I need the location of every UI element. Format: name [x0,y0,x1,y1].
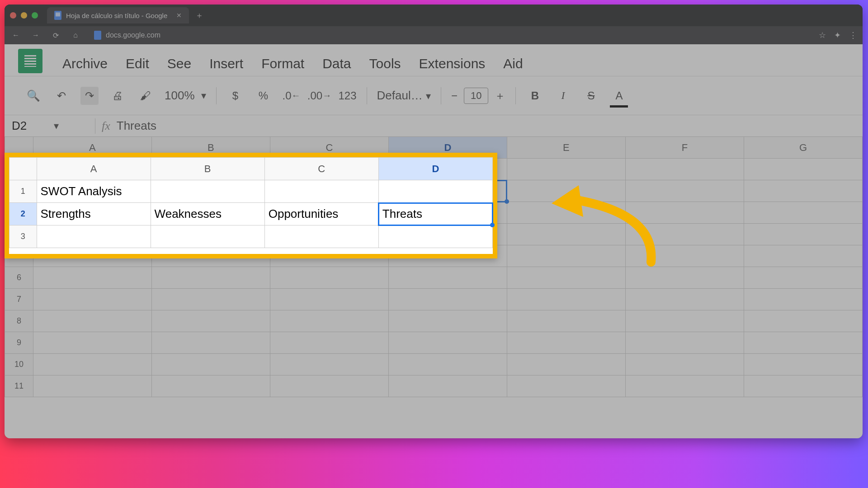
format-currency-button[interactable]: $ [226,87,245,105]
bookmark-icon[interactable]: ☆ [819,30,826,40]
menu-data[interactable]: Data [322,56,351,71]
cell-G1[interactable] [744,159,862,180]
select-all-cell[interactable] [9,158,37,180]
menu-see[interactable]: See [167,56,191,71]
cell-C9[interactable] [270,332,388,354]
cell-D8[interactable] [388,310,507,332]
cell-A8[interactable] [33,310,151,332]
cell-G10[interactable] [744,354,862,375]
search-icon[interactable]: 🔍 [24,87,42,105]
nav-back-button[interactable]: ← [10,29,22,41]
row-header-2[interactable]: 2 [9,203,37,225]
cell-C8[interactable] [270,310,388,332]
window-close-icon[interactable] [10,12,16,19]
cell-E8[interactable] [507,310,625,332]
row-header-1[interactable]: 1 [9,180,37,203]
cell-B7[interactable] [151,289,270,310]
redo-button[interactable]: ↷ [80,87,99,105]
cell-A2[interactable]: Strengths [37,203,151,225]
cell-A3[interactable] [37,225,151,248]
formula-bar-input[interactable]: Threats [117,119,156,133]
nav-reload-button[interactable]: ⟳ [50,29,61,41]
cell-F4[interactable] [625,224,744,245]
cell-D7[interactable] [388,289,507,310]
menu-format[interactable]: Format [261,56,304,71]
cell-G5[interactable] [744,245,862,267]
browser-tab[interactable]: Hoja de cálculo sin título - Google ✕ [47,7,189,23]
cell-F3[interactable] [625,202,744,224]
cell-C11[interactable] [270,375,388,397]
url-field[interactable]: docs.google.com [90,31,811,40]
cell-E4[interactable] [507,224,625,245]
cell-A1[interactable]: SWOT Analysis [37,180,151,203]
bold-button[interactable]: B [526,87,544,105]
cell-C7[interactable] [270,289,388,310]
column-header-G[interactable]: G [744,137,862,159]
cell-D1[interactable] [378,180,492,203]
cell-A7[interactable] [33,289,151,310]
row-header-3[interactable]: 3 [9,225,37,248]
cell-A11[interactable] [33,375,151,397]
cell-B9[interactable] [151,332,270,354]
cell-C3[interactable] [264,225,378,248]
cell-D9[interactable] [388,332,507,354]
cell-F9[interactable] [625,332,744,354]
cell-G6[interactable] [744,267,862,289]
cell-C6[interactable] [270,267,388,289]
cell-B8[interactable] [151,310,270,332]
row-header-6[interactable]: 6 [5,267,33,289]
cell-E7[interactable] [507,289,625,310]
font-family-dropdown[interactable]: Defaul… ▾ [377,89,431,103]
cell-A10[interactable] [33,354,151,375]
cell-G9[interactable] [744,332,862,354]
cell-F11[interactable] [625,375,744,397]
paint-format-button[interactable]: 🖌 [137,87,155,105]
row-header-9[interactable]: 9 [5,332,33,354]
cell-E6[interactable] [507,267,625,289]
cell-G3[interactable] [744,202,862,224]
column-header-D[interactable]: D [378,158,492,180]
number-format-button[interactable]: 123 [339,87,357,105]
cell-D3[interactable] [378,225,492,248]
font-size-input[interactable]: 10 [464,88,488,104]
extensions-icon[interactable]: ✦ [834,30,841,40]
cell-B11[interactable] [151,375,270,397]
undo-button[interactable]: ↶ [52,87,71,105]
browser-menu-icon[interactable]: ⋮ [849,30,857,40]
menu-insert[interactable]: Insert [209,56,243,71]
column-header-E[interactable]: E [507,137,625,159]
cell-C2[interactable]: Opportunities [264,203,378,225]
menu-aid[interactable]: Aid [503,56,523,71]
cell-F5[interactable] [625,245,744,267]
font-size-increase-button[interactable]: ＋ [495,89,505,103]
strikethrough-button[interactable]: S [582,87,600,105]
menu-tools[interactable]: Tools [369,56,401,71]
column-header-F[interactable]: F [625,137,744,159]
cell-F10[interactable] [625,354,744,375]
cell-F2[interactable] [625,180,744,202]
cell-E10[interactable] [507,354,625,375]
cell-E9[interactable] [507,332,625,354]
cell-E5[interactable] [507,245,625,267]
name-box[interactable]: D2 ▾ [7,119,89,133]
cell-F7[interactable] [625,289,744,310]
cell-D11[interactable] [388,375,507,397]
decrease-decimal-button[interactable]: .0← [283,87,301,105]
menu-extensions[interactable]: Extensions [419,56,486,71]
cell-G2[interactable] [744,180,862,202]
cell-B6[interactable] [151,267,270,289]
menu-edit[interactable]: Edit [126,56,149,71]
cell-A9[interactable] [33,332,151,354]
cell-D2[interactable]: Threats [378,203,492,225]
cell-G11[interactable] [744,375,862,397]
row-header-7[interactable]: 7 [5,289,33,310]
row-header-10[interactable]: 10 [5,354,33,375]
window-minimize-icon[interactable] [21,12,27,19]
italic-button[interactable]: I [554,87,572,105]
format-percent-button[interactable]: % [255,87,273,105]
cell-D10[interactable] [388,354,507,375]
cell-G8[interactable] [744,310,862,332]
column-header-C[interactable]: C [264,158,378,180]
cell-E3[interactable] [507,202,625,224]
nav-home-button[interactable]: ⌂ [70,29,81,41]
